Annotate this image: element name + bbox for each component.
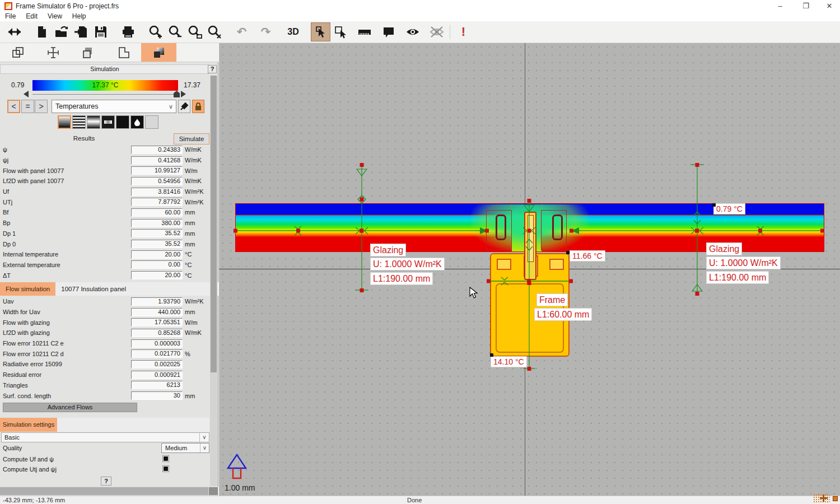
- range-equal-button[interactable]: =: [21, 100, 34, 113]
- import-icon[interactable]: [71, 22, 91, 41]
- flow-row-value[interactable]: 440.000: [131, 308, 183, 316]
- flow-row-value[interactable]: 0.021770: [131, 349, 183, 358]
- redo-icon[interactable]: ↷: [256, 22, 276, 41]
- view-3d-button[interactable]: 3D: [283, 22, 303, 41]
- glazing-left-label[interactable]: Glazing: [371, 244, 405, 256]
- result-row-value[interactable]: 20.00: [131, 271, 183, 279]
- tab-geometry-icon[interactable]: [0, 43, 35, 62]
- glazing-right-l-label[interactable]: L1:190.00 mm: [707, 272, 768, 283]
- advanced-flows-button[interactable]: Advanced Flows: [3, 403, 137, 412]
- simulation-help-button[interactable]: ?: [208, 65, 217, 73]
- menu-item[interactable]: Edit: [21, 12, 43, 21]
- glazing-center-line[interactable]: [233, 225, 827, 236]
- display-mode-select[interactable]: Temperatures: [52, 100, 176, 113]
- frame-width-line[interactable]: [487, 277, 573, 286]
- tab-simulation-settings[interactable]: Simulation settings: [0, 418, 57, 432]
- menu-item[interactable]: View: [43, 12, 67, 21]
- result-row-value[interactable]: 0.00: [131, 260, 183, 269]
- result-row-value[interactable]: 7.87792: [131, 198, 183, 206]
- style-flow-button[interactable]: [101, 115, 115, 129]
- frame-l-label[interactable]: L1:60.00 mm: [535, 309, 591, 320]
- compute-utj-checkbox[interactable]: [162, 465, 169, 472]
- style-dewpoint-button[interactable]: [130, 115, 144, 129]
- hscroll-corner[interactable]: [209, 487, 218, 495]
- legend-slider-left-handle[interactable]: [24, 91, 29, 97]
- zoom-reset-icon[interactable]: [204, 22, 224, 41]
- frame-label[interactable]: Frame: [537, 294, 567, 306]
- validate-icon[interactable]: !: [454, 22, 473, 41]
- measure-icon[interactable]: [354, 22, 374, 41]
- flow-row-value[interactable]: 1.93790: [131, 297, 183, 306]
- save-icon[interactable]: [91, 22, 110, 41]
- pan-resize-icon[interactable]: [4, 22, 24, 41]
- tab-boundary-icon[interactable]: [106, 43, 141, 62]
- zoom-out-icon[interactable]: [165, 22, 185, 41]
- glazing-right-label[interactable]: Glazing: [707, 243, 741, 255]
- range-greater-button[interactable]: >: [35, 100, 48, 113]
- comment-icon[interactable]: [379, 22, 398, 41]
- tab-simulation-icon[interactable]: [141, 43, 176, 62]
- result-row-value[interactable]: 35.52: [131, 229, 183, 237]
- new-file-icon[interactable]: [32, 22, 52, 41]
- flow-row-value[interactable]: 0.85268: [131, 329, 183, 337]
- legend-slider-handle[interactable]: [174, 91, 180, 97]
- glazing-left-u-label[interactable]: U: 1.0000 W/m²K: [371, 258, 444, 270]
- result-row-value[interactable]: 0.24383: [131, 146, 183, 154]
- tab-insulation-panel[interactable]: 10077 Insulation panel: [55, 282, 132, 296]
- grid-snap-icon[interactable]: [813, 494, 830, 503]
- style-bands-button[interactable]: [87, 115, 100, 129]
- result-row-value[interactable]: 0.41268: [131, 156, 183, 165]
- horizontal-scrollbar[interactable]: [0, 487, 218, 496]
- hscroll-thumb[interactable]: [0, 487, 208, 495]
- select-rect-tool-icon[interactable]: [330, 22, 350, 41]
- simulate-button[interactable]: Simulate: [174, 133, 209, 144]
- style-none-button[interactable]: [145, 115, 158, 129]
- flow-row-value[interactable]: 0.000921: [131, 371, 183, 379]
- chevron-down-icon[interactable]: ∨: [199, 433, 209, 442]
- menu-item[interactable]: Help: [67, 12, 91, 21]
- print-icon[interactable]: [118, 22, 138, 41]
- result-row-value[interactable]: 380.00: [131, 219, 183, 227]
- range-less-button[interactable]: <: [7, 100, 20, 113]
- flow-row-value[interactable]: 6213: [131, 381, 183, 389]
- legend-slider-track[interactable]: [32, 94, 178, 95]
- style-solid-button[interactable]: [116, 115, 129, 129]
- open-file-icon[interactable]: [52, 22, 71, 41]
- legend-slider-right-handle[interactable]: [181, 91, 186, 97]
- flow-row-value[interactable]: 17.05351: [131, 318, 183, 326]
- close-button[interactable]: ✕: [819, 0, 840, 12]
- result-row-value[interactable]: 3.81416: [131, 188, 183, 196]
- result-row-value[interactable]: 35.52: [131, 240, 183, 248]
- zoom-in-icon[interactable]: [146, 22, 165, 41]
- lock-button[interactable]: [192, 100, 204, 113]
- flow-row-value[interactable]: 0.000003: [131, 339, 183, 348]
- flow-row-value[interactable]: 0.002025: [131, 360, 183, 368]
- zoom-window-icon[interactable]: [185, 22, 204, 41]
- tab-flow-simulation[interactable]: Flow simulation: [0, 282, 55, 296]
- compute-uf-checkbox[interactable]: [162, 455, 169, 462]
- vertical-scrollbar[interactable]: [210, 76, 217, 486]
- settings-profile-select[interactable]: Basic: [1, 432, 209, 442]
- drawing-canvas[interactable]: Glazing U: 1.0000 W/m²K L1:190.00 mm Gla…: [219, 43, 840, 496]
- chevron-down-icon[interactable]: ∨: [200, 444, 209, 452]
- chevron-down-icon[interactable]: ∨: [166, 100, 176, 113]
- style-isolines-button[interactable]: [72, 115, 86, 129]
- vscroll-thumb[interactable]: [211, 76, 217, 372]
- glazing-right-u-label[interactable]: U: 1.0000 W/m²K: [707, 257, 780, 269]
- tab-materials-icon[interactable]: [71, 43, 106, 62]
- result-row-value[interactable]: 0.54956: [131, 177, 183, 185]
- tab-dimensions-icon[interactable]: [35, 43, 71, 62]
- style-gradient-button[interactable]: [58, 115, 71, 129]
- temperature-legend-bar[interactable]: 17.37 °C: [32, 80, 178, 91]
- settings-help-button[interactable]: ?: [101, 477, 111, 486]
- menu-item[interactable]: File: [0, 12, 21, 21]
- select-tool-icon[interactable]: [311, 22, 330, 41]
- minimize-button[interactable]: –: [767, 0, 793, 12]
- result-row-value[interactable]: 10.99127: [131, 166, 183, 175]
- flow-row-value[interactable]: 30: [131, 391, 183, 400]
- color-swatch-icon[interactable]: [833, 496, 838, 501]
- temp-label-1410[interactable]: 14.10 °C: [491, 357, 526, 367]
- hide-icon[interactable]: [427, 22, 446, 41]
- result-row-value[interactable]: 60.00: [131, 208, 183, 217]
- undo-icon[interactable]: ↶: [232, 22, 251, 41]
